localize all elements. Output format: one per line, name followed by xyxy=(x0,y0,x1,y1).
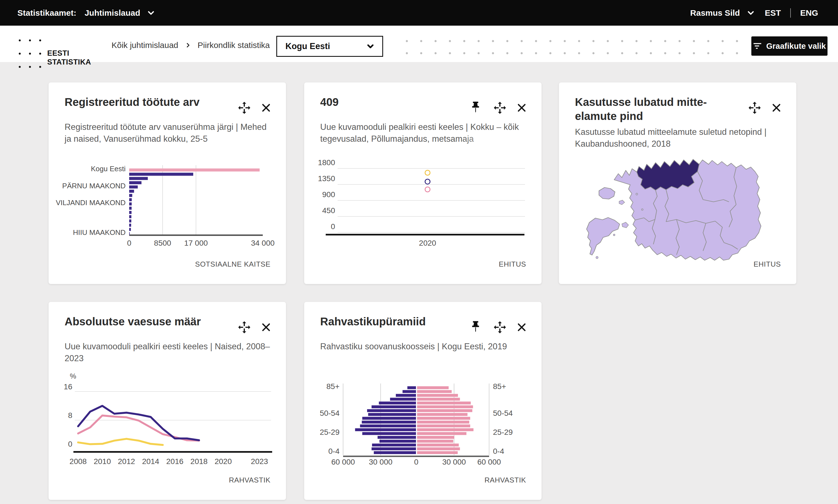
category-tag: SOTSIAALNE KAITSE xyxy=(195,260,271,269)
svg-text:1800: 1800 xyxy=(318,158,335,167)
svg-text:450: 450 xyxy=(322,206,335,215)
card-non-residential-area: Kasutusse lubatud mitte-elamute pind Kas… xyxy=(559,83,796,284)
population-pyramid-chart: 60 00030 000030 00060 00085+85+50-5450-5… xyxy=(304,302,542,500)
chevron-down-icon xyxy=(146,8,156,18)
svg-text:0: 0 xyxy=(331,222,335,231)
svg-text:0: 0 xyxy=(414,458,418,466)
svg-text:2010: 2010 xyxy=(93,457,111,466)
svg-text:85+: 85+ xyxy=(327,382,340,391)
svg-text:2012: 2012 xyxy=(118,457,135,466)
lang-eng[interactable]: ENG xyxy=(800,8,818,18)
unemployed-bar-chart: Kogu EestiPÄRNU MAAKONDVILJANDI MAAKONDH… xyxy=(49,83,286,284)
lang-est[interactable]: EST xyxy=(765,8,781,18)
card-population-pyramid: Rahvastikupüramiid Rahvastiku soovanusko… xyxy=(304,302,542,500)
hiiumaa-island xyxy=(599,187,615,199)
chart-selection-button[interactable]: Graafikute valik xyxy=(751,36,827,56)
svg-text:17 000: 17 000 xyxy=(184,239,208,247)
svg-text:85+: 85+ xyxy=(493,382,506,391)
chevron-down-icon xyxy=(746,8,755,18)
sub-header: EESTI STATISTIKA Kõik juhtimislauad Piir… xyxy=(0,25,838,62)
move-icon xyxy=(748,101,762,115)
user-name: Rasmus Sild xyxy=(690,8,740,18)
region-select-value: Kogu Eesti xyxy=(286,41,330,51)
svg-text:Kogu Eesti: Kogu Eesti xyxy=(91,165,125,173)
move-button[interactable] xyxy=(748,101,762,115)
svg-text:60 000: 60 000 xyxy=(331,458,355,466)
svg-text:0: 0 xyxy=(68,440,72,448)
brand-area: Statistikaamet: Juhtimislauad xyxy=(17,8,156,18)
category-tag: RAHVASTIK xyxy=(484,476,526,484)
svg-text:0-4: 0-4 xyxy=(493,447,504,455)
dots-decoration xyxy=(397,33,745,62)
statistikaamet-logo[interactable]: EESTI STATISTIKA xyxy=(19,39,91,68)
category-tag: EHITUS xyxy=(754,260,781,269)
svg-text:2020: 2020 xyxy=(419,239,436,247)
svg-text:2020: 2020 xyxy=(215,457,232,466)
highlighted-county xyxy=(637,159,699,190)
scatter-chart: 1800135090045002020 xyxy=(304,83,542,284)
poverty-line-chart: %168020082010201220142016201820202023 xyxy=(49,302,286,500)
card-409: 409 Uue kuvamooduli pealkiri eesti keele… xyxy=(304,83,542,284)
topbar-right: Rasmus Sild EST ENG xyxy=(690,8,818,18)
svg-text:2016: 2016 xyxy=(166,457,183,466)
lang-divider xyxy=(790,8,791,18)
svg-text:16: 16 xyxy=(64,382,72,391)
card-absolute-poverty: Absoluutse vaesuse määr Uue kuvamooduli … xyxy=(49,302,286,500)
svg-text:8: 8 xyxy=(68,411,72,420)
breadcrumb-all-dashboards[interactable]: Kõik juhtimislauad xyxy=(112,40,178,50)
category-tag: EHITUS xyxy=(499,260,526,269)
svg-text:25-29: 25-29 xyxy=(320,428,340,436)
svg-text:%: % xyxy=(70,372,76,380)
saaremaa-island xyxy=(586,218,620,255)
breadcrumb-regional-statistics[interactable]: Piirkondlik statistika xyxy=(198,40,270,50)
logo-text: EESTI STATISTIKA xyxy=(47,49,91,68)
breadcrumb: Kõik juhtimislauad Piirkondlik statistik… xyxy=(112,39,283,51)
svg-text:30 000: 30 000 xyxy=(442,458,466,466)
svg-text:HIIU MAAKOND: HIIU MAAKOND xyxy=(73,228,125,237)
brand-label: Statistikaamet: xyxy=(17,8,76,18)
filter-icon xyxy=(753,42,762,50)
dashboard-switcher-label: Juhtimislauad xyxy=(84,8,140,18)
dashboard-screen: Statistikaamet: Juhtimislauad Rasmus Sil… xyxy=(0,0,838,504)
close-button[interactable] xyxy=(771,102,782,113)
svg-text:2023: 2023 xyxy=(251,457,268,466)
svg-text:34 000: 34 000 xyxy=(251,239,275,247)
card-subtitle: Kasutusse lubatud mitteelamute suletud n… xyxy=(575,126,782,150)
top-bar: Statistikaamet: Juhtimislauad Rasmus Sil… xyxy=(0,0,838,25)
svg-text:50-54: 50-54 xyxy=(320,409,340,417)
svg-text:25-29: 25-29 xyxy=(493,428,513,436)
svg-text:900: 900 xyxy=(322,190,335,199)
chevron-down-icon xyxy=(366,42,375,51)
svg-text:0: 0 xyxy=(127,239,131,247)
chevron-right-icon xyxy=(185,42,191,49)
svg-text:VILJANDI MAAKOND: VILJANDI MAAKOND xyxy=(56,199,125,207)
user-menu[interactable]: Rasmus Sild xyxy=(690,8,755,18)
svg-text:2008: 2008 xyxy=(70,457,87,466)
svg-text:PÄRNU MAAKOND: PÄRNU MAAKOND xyxy=(62,182,125,190)
pin-button[interactable] xyxy=(720,96,741,120)
card-registered-unemployed: Registreeritud töötute arv Registreeritu… xyxy=(49,83,286,284)
svg-text:2014: 2014 xyxy=(142,457,159,466)
svg-text:1350: 1350 xyxy=(318,174,335,183)
dashboard-switcher[interactable]: Juhtimislauad xyxy=(84,8,156,18)
svg-text:50-54: 50-54 xyxy=(493,409,513,417)
pin-icon xyxy=(724,100,736,115)
svg-text:8500: 8500 xyxy=(154,239,171,247)
svg-text:2018: 2018 xyxy=(190,457,208,466)
close-icon xyxy=(771,102,782,113)
svg-text:60 000: 60 000 xyxy=(477,458,501,466)
estonia-map xyxy=(573,152,777,271)
svg-text:30 000: 30 000 xyxy=(369,458,393,466)
logo-dots-icon xyxy=(19,39,41,68)
category-tag: RAHVASTIK xyxy=(229,476,271,484)
card-title: Kasutusse lubatud mitte-elamute pind xyxy=(575,95,721,123)
region-select[interactable]: Kogu Eesti xyxy=(276,36,383,57)
card-actions xyxy=(720,96,782,120)
svg-text:0-4: 0-4 xyxy=(328,447,340,455)
